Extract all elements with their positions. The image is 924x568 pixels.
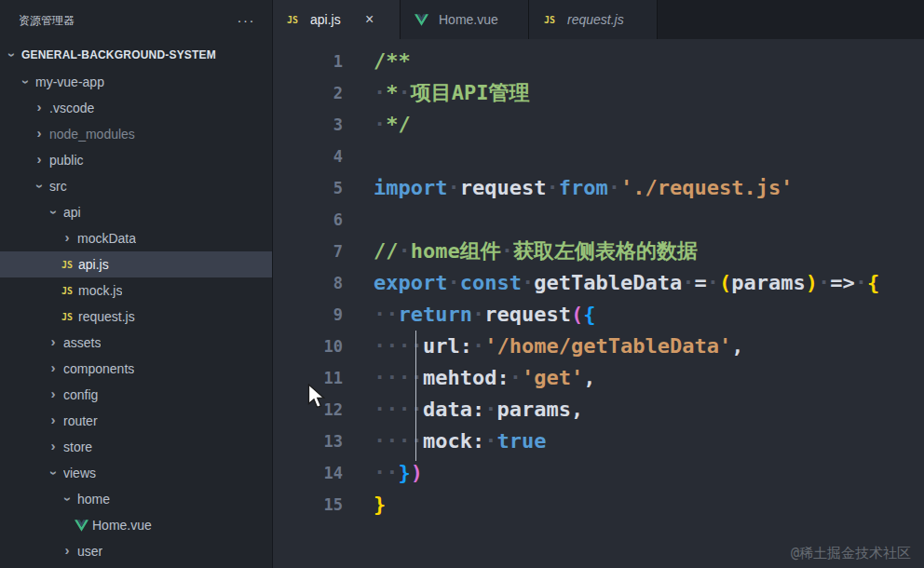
chevron-down-icon[interactable]: ›	[46, 205, 61, 220]
tree-item-api[interactable]: ›api	[0, 199, 272, 225]
line-number: 12	[272, 394, 343, 426]
line-number: 3	[272, 109, 343, 141]
tree-item-my-vue-app[interactable]: ›my-vue-app	[0, 69, 272, 95]
code-text: import·request·from·'./request.js'	[343, 172, 793, 204]
js-file-icon: JS	[60, 286, 75, 296]
line-number: 2	[272, 77, 343, 109]
tree-item-user[interactable]: ›user	[0, 538, 272, 564]
tab-Home.vue[interactable]: Home.vue	[401, 0, 529, 39]
tree-item-label: views	[63, 466, 96, 480]
tree-item-label: router	[63, 413, 98, 428]
chevron-down-icon[interactable]: ›	[60, 492, 75, 507]
line-number: 14	[272, 457, 343, 489]
tree-item-mockData[interactable]: ›mockData	[0, 225, 272, 251]
chevron-right-icon[interactable]: ›	[46, 387, 61, 402]
tree-item-public[interactable]: ›public	[0, 147, 272, 173]
chevron-down-icon[interactable]: ›	[18, 74, 33, 89]
code-lines: 1/**2·*·项目API管理3·*/45import·request·from…	[272, 39, 924, 521]
more-actions-icon[interactable]: ···	[238, 16, 256, 25]
tree-item-home[interactable]: ›home	[0, 486, 272, 512]
code-line-10[interactable]: 10····url:·'/home/getTableData',	[272, 331, 924, 362]
js-file-icon: JS	[60, 260, 75, 270]
tree-item-components[interactable]: ›components	[0, 356, 272, 382]
chevron-right-icon[interactable]: ›	[60, 544, 75, 559]
tree-item-.vscode[interactable]: ›.vscode	[0, 95, 272, 121]
line-number: 11	[272, 362, 343, 394]
line-number: 8	[272, 267, 343, 299]
tree-item-Home.vue[interactable]: Home.vue	[0, 512, 272, 538]
code-line-13[interactable]: 13····mock:·true	[272, 426, 924, 457]
code-text: ··})	[343, 457, 423, 489]
tree-item-label: user	[77, 544, 102, 559]
explorer-sidebar: 资源管理器 ··· › GENERAL-BACKGROUND-SYSTEM ›m…	[0, 0, 273, 568]
tree-item-label: public	[49, 153, 84, 168]
tree-item-config[interactable]: ›config	[0, 382, 272, 408]
tree-item-label: my-vue-app	[35, 74, 104, 89]
line-number: 9	[272, 299, 343, 331]
chevron-right-icon[interactable]: ›	[46, 440, 61, 454]
tree-item-label: mock.js	[78, 283, 122, 298]
watermark: @稀土掘金技术社区	[791, 545, 911, 562]
code-line-6[interactable]: 6	[272, 204, 924, 236]
tree-item-router[interactable]: ›router	[0, 408, 272, 434]
code-text: ····data:·params,	[343, 394, 583, 426]
vue-file-icon	[414, 14, 428, 26]
code-line-1[interactable]: 1/**	[272, 46, 924, 77]
code-line-15[interactable]: 15}	[272, 489, 924, 521]
tree-item-label: node_modules	[49, 127, 135, 142]
tree-item-api.js[interactable]: JSapi.js	[0, 251, 272, 277]
code-line-4[interactable]: 4	[272, 141, 924, 172]
code-line-14[interactable]: 14··})	[272, 457, 924, 489]
line-number: 1	[272, 46, 343, 77]
bracket-pair-guide	[415, 331, 416, 461]
code-text: //·home组件·获取左侧表格的数据	[343, 236, 698, 267]
chevron-right-icon[interactable]: ›	[60, 231, 75, 246]
code-line-2[interactable]: 2·*·项目API管理	[272, 77, 924, 109]
chevron-right-icon[interactable]: ›	[46, 335, 61, 350]
explorer-header: 资源管理器 ···	[0, 0, 272, 41]
chevron-right-icon[interactable]: ›	[46, 413, 61, 428]
code-line-9[interactable]: 9··return·request({	[272, 299, 924, 331]
line-number: 10	[272, 331, 343, 362]
code-text: export·const·getTableData·=·(params)·=>·…	[343, 267, 879, 299]
tab-label: Home.vue	[439, 12, 498, 27]
tree-item-label: store	[63, 440, 92, 454]
code-text: ····url:·'/home/getTableData',	[343, 331, 743, 362]
code-text: ··return·request({	[343, 299, 595, 331]
tree-root-folder[interactable]: › GENERAL-BACKGROUND-SYSTEM	[0, 41, 272, 69]
code-line-3[interactable]: 3·*/	[272, 109, 924, 141]
file-tree: ›my-vue-app›.vscode›node_modules›public›…	[0, 69, 272, 564]
tree-item-views[interactable]: ›views	[0, 460, 272, 486]
chevron-down-icon[interactable]: ›	[46, 466, 61, 480]
code-line-8[interactable]: 8export·const·getTableData·=·(params)·=>…	[272, 267, 924, 299]
tree-item-label: mockData	[77, 231, 136, 246]
chevron-down-icon[interactable]: ›	[32, 179, 47, 194]
chevron-right-icon[interactable]: ›	[32, 127, 47, 142]
js-file-icon: JS	[542, 15, 557, 25]
code-text: }	[343, 489, 386, 521]
tree-item-node_modules[interactable]: ›node_modules	[0, 121, 272, 147]
line-number: 5	[272, 172, 343, 204]
chevron-down-icon[interactable]: ›	[4, 47, 19, 62]
tree-item-request.js[interactable]: JSrequest.js	[0, 304, 272, 330]
tab-api.js[interactable]: JSapi.js×	[272, 0, 401, 39]
code-text: ·*·项目API管理	[343, 77, 530, 109]
code-line-12[interactable]: 12····data:·params,	[272, 394, 924, 426]
tree-item-src[interactable]: ›src	[0, 173, 272, 199]
code-line-5[interactable]: 5import·request·from·'./request.js'	[272, 172, 924, 204]
code-text: ·*/	[343, 109, 411, 141]
close-icon[interactable]: ×	[360, 10, 379, 29]
chevron-right-icon[interactable]: ›	[32, 101, 47, 115]
chevron-right-icon[interactable]: ›	[32, 153, 47, 168]
code-editor[interactable]: 1/**2·*·项目API管理3·*/45import·request·from…	[272, 39, 924, 568]
tree-item-assets[interactable]: ›assets	[0, 330, 272, 356]
tree-item-mock.js[interactable]: JSmock.js	[0, 277, 272, 304]
code-line-11[interactable]: 11····mehtod:·'get',	[272, 362, 924, 394]
code-text: /**	[343, 46, 411, 77]
tab-request.js[interactable]: JSrequest.js	[529, 0, 658, 39]
tree-item-store[interactable]: ›store	[0, 434, 272, 460]
chevron-right-icon[interactable]: ›	[46, 361, 61, 376]
code-line-7[interactable]: 7//·home组件·获取左侧表格的数据	[272, 236, 924, 267]
code-text	[343, 204, 374, 236]
tab-label: api.js	[310, 12, 341, 27]
